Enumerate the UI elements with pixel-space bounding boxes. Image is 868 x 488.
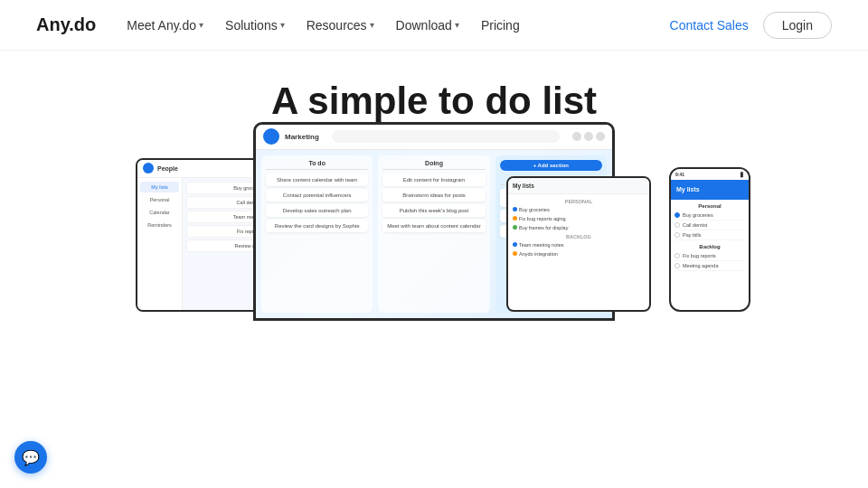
app-logo <box>263 128 279 145</box>
section-label: Personal <box>511 199 646 204</box>
tablet-app-title: People <box>157 165 178 172</box>
chevron-down-icon: ▾ <box>370 20 374 30</box>
login-button[interactable]: Login <box>763 12 832 39</box>
nav-resources[interactable]: Resources ▾ <box>297 13 383 38</box>
nav-solutions[interactable]: Solutions ▾ <box>216 13 294 38</box>
sidebar-item[interactable]: My lists <box>140 182 179 192</box>
avatar-icon <box>143 163 154 174</box>
logo[interactable]: Any.do <box>36 14 96 35</box>
phone-body: Personal Buy groceries Call dentist Pay … <box>671 200 749 275</box>
navbar-left: Any.do Meet Any.do ▾ Solutions ▾ Resourc… <box>36 13 529 38</box>
icon-dot <box>596 132 605 141</box>
tablet2-title: My lists <box>513 183 534 189</box>
kanban-card: Share content calendar with team <box>266 174 368 186</box>
phone-section-title: Personal <box>675 203 745 209</box>
nav-meet[interactable]: Meet Any.do ▾ <box>118 13 212 38</box>
tablet2-body: Personal Buy groceries Fix bug reports a… <box>508 194 649 261</box>
phone-list-item: Fix bug reports <box>675 251 745 261</box>
nav-links: Meet Any.do ▾ Solutions ▾ Resources ▾ Do… <box>118 13 528 38</box>
chat-bubble[interactable]: 💬 <box>14 441 47 474</box>
app-header: Marketing <box>256 125 612 150</box>
dot-icon <box>513 225 517 230</box>
kanban-card: Edit content for Instagram <box>382 174 485 186</box>
icon-dot <box>572 132 581 141</box>
tablet2-header: My lists <box>508 178 649 194</box>
status-bar: 9:41 ▊ <box>671 169 749 180</box>
phone-list-item: Meeting agenda <box>675 261 745 271</box>
status-time: 9:41 <box>675 172 684 177</box>
dot-icon <box>513 251 517 256</box>
chevron-down-icon: ▾ <box>280 20 285 30</box>
nav-pricing[interactable]: Pricing <box>472 13 529 38</box>
hero-section: A simple to do list to manage it all Eas… <box>0 51 868 303</box>
tablet-sidebar: My lists Personal Calendar Reminders <box>137 178 183 310</box>
phone-section-title: Backlog <box>675 244 745 249</box>
list-item: Fix bug reports aging <box>511 214 646 223</box>
dot-icon <box>513 242 517 247</box>
list-item: Buy groceries <box>511 205 646 214</box>
chat-icon: 💬 <box>22 449 40 466</box>
status-icons: ▊ <box>741 172 744 177</box>
checkbox[interactable] <box>675 222 680 228</box>
sidebar-item[interactable]: Personal <box>140 194 179 205</box>
phone-list-item: Buy groceries <box>675 211 745 221</box>
phone-list-item: Pay bills <box>675 230 745 240</box>
sidebar-item[interactable]: Calendar <box>140 207 179 218</box>
dot-icon <box>513 207 517 211</box>
chevron-down-icon: ▾ <box>199 20 203 30</box>
checkbox[interactable] <box>675 253 680 258</box>
kanban-card: Meet with team about content calendar <box>382 220 485 232</box>
navbar-right: Contact Sales Login <box>670 12 832 39</box>
list-item: Anydo integration <box>511 249 646 258</box>
list-item: Buy frames for display <box>511 223 646 232</box>
kanban-card: Review the card designs by Sophie <box>266 220 368 232</box>
tablet2-mockup: My lists Personal Buy groceries Fix bug … <box>506 176 651 312</box>
kanban-column-doing: Doing Edit content for Instagram Brainst… <box>378 155 489 313</box>
contact-sales-link[interactable]: Contact Sales <box>670 18 749 33</box>
phone-app-header: My lists <box>671 180 749 200</box>
checkbox[interactable] <box>675 263 680 268</box>
chevron-down-icon: ▾ <box>455 20 459 30</box>
checkbox[interactable] <box>675 212 680 218</box>
tablet2-screen: My lists Personal Buy groceries Fix bug … <box>508 178 649 310</box>
nav-download[interactable]: Download ▾ <box>387 13 468 38</box>
kanban-card: Publish this week's blog post <box>382 204 485 217</box>
devices-container: People My lists Personal Calendar Remind… <box>90 122 778 321</box>
dot-icon <box>513 216 517 221</box>
icon-dot <box>584 132 593 141</box>
app-icons-row <box>572 132 605 141</box>
column-header: Doing <box>382 160 485 170</box>
phone-app-title: My lists <box>676 186 700 192</box>
app-search-bar <box>332 130 560 143</box>
column-header: To do <box>266 160 368 170</box>
section-label: Backlog <box>511 234 646 239</box>
add-section-button[interactable]: + Add section <box>500 160 602 171</box>
phone-list-item: Call dentist <box>675 221 745 230</box>
sidebar-item[interactable]: Reminders <box>140 220 179 230</box>
kanban-card: Brainstorm ideas for posts <box>382 189 485 202</box>
phone-screen: 9:41 ▊ My lists Personal Buy groceries C… <box>671 169 749 310</box>
app-title: Marketing <box>285 133 319 141</box>
list-item: Team meeting notes <box>511 240 646 249</box>
kanban-card: Develop sales outreach plan <box>266 204 368 217</box>
phone-mockup: 9:41 ▊ My lists Personal Buy groceries C… <box>669 167 750 312</box>
navbar: Any.do Meet Any.do ▾ Solutions ▾ Resourc… <box>0 0 868 51</box>
kanban-card: Contact potential influencers <box>266 189 368 202</box>
checkbox[interactable] <box>675 232 680 238</box>
kanban-column-todo: To do Share content calendar with team C… <box>261 155 373 313</box>
